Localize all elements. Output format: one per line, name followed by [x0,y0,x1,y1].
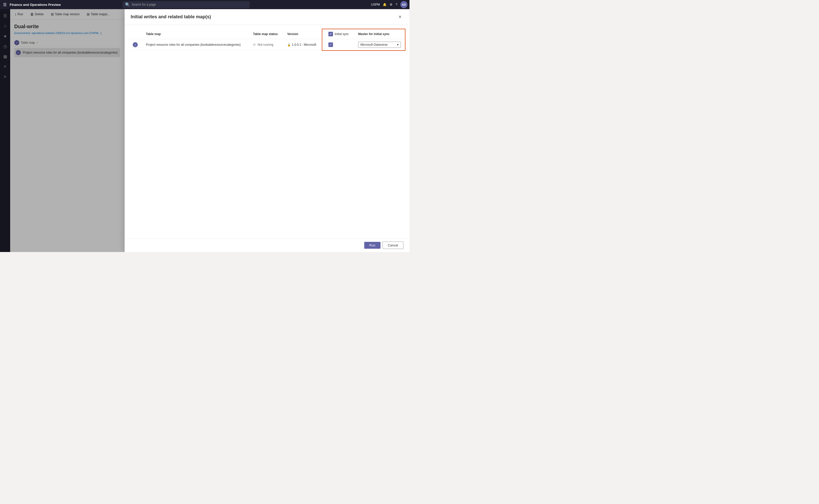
table-body: ✓ Project resource roles for all compani… [129,39,405,51]
col-header-initial-sync: ✓ Initial sync [322,29,354,39]
master-dropdown-value: Microsoft Dataverse [360,43,387,46]
row-master-cell: Microsoft Dataverse ▾ [354,39,405,51]
settings-icon[interactable]: ⚙ [390,3,392,6]
search-bar[interactable]: 🔍 [122,1,250,8]
modal-body: Table map Table map status Version ✓ Ini… [125,25,410,238]
hamburger-icon[interactable]: ☰ [2,1,8,8]
nav-right: USPM 🔔 ⚙ ? AD [371,1,407,8]
search-input[interactable] [132,3,247,6]
master-dropdown[interactable]: Microsoft Dataverse ▾ [358,42,401,48]
initial-sync-header-checkbox[interactable]: ✓ [328,32,333,36]
modal-title: Initial writes and related table map(s) [131,14,211,20]
lock-icon: 🔒 [287,43,291,46]
search-icon: 🔍 [125,2,130,7]
table-wrapper: Table map Table map status Version ✓ Ini… [125,25,410,55]
app-title: Finance and Operations Preview [10,3,61,7]
row-checkbox-cell: ✓ [129,39,142,51]
cancel-button[interactable]: Cancel [382,242,403,249]
modal: Initial writes and related table map(s) … [125,9,410,252]
modal-table: Table map Table map status Version ✓ Ini… [129,29,405,51]
col-header-checkbox [129,29,142,39]
top-nav: ☰ Finance and Operations Preview 🔍 USPM … [0,0,410,9]
row-initial-sync-checkbox[interactable]: ✓ [328,42,333,47]
col-header-status: Table map status [249,29,283,39]
col-header-master: Master for initial sync [354,29,405,39]
table-row: ✓ Project resource roles for all compani… [129,39,405,51]
row-status: ⟳ Not running [249,39,283,51]
modal-header: Initial writes and related table map(s) … [125,9,410,25]
modal-overlay: Initial writes and related table map(s) … [0,9,410,252]
notification-icon[interactable]: 🔔 [383,3,386,6]
row-status-text: Not running [257,43,273,46]
row-table-map: Project resource roles for all companies… [142,39,249,51]
col-header-version: Version [283,29,322,39]
row-check-icon[interactable]: ✓ [133,42,138,47]
table-header: Table map Table map status Version ✓ Ini… [129,29,405,39]
chevron-down-icon: ▾ [397,43,398,46]
modal-close-button[interactable]: ✕ [396,13,403,20]
main-layout: ☰ ⌂ ★ ◷ ▦ ≡ ≡ ↕ Run 🗑 Delete ⊞ Table map… [0,9,410,252]
user-label[interactable]: USPM [371,3,380,6]
help-icon[interactable]: ? [395,3,397,6]
status-running-icon: ⟳ [253,43,256,47]
avatar[interactable]: AD [400,1,407,8]
run-button[interactable]: Run [364,242,380,249]
modal-footer: Run Cancel [125,238,410,252]
row-initial-sync-cell: ✓ [322,39,354,51]
col-header-table-map: Table map [142,29,249,39]
row-version-text: 1.0.0.1 - Microsoft [292,43,316,46]
row-version: 🔒 1.0.0.1 - Microsoft [283,39,322,51]
